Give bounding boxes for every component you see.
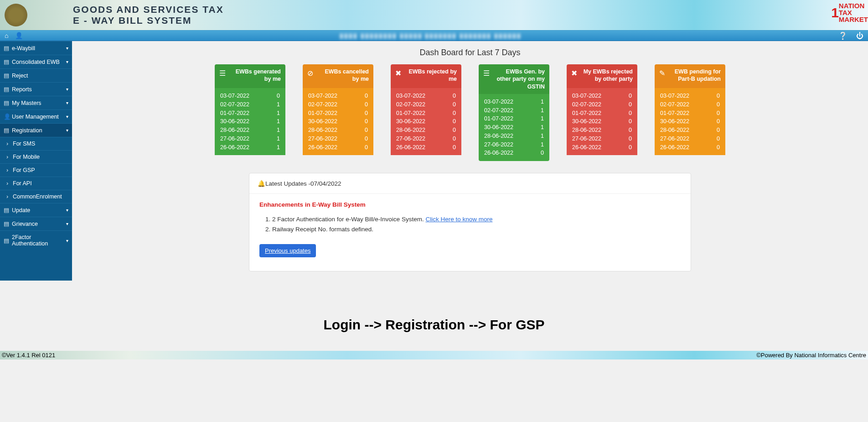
chevron-down-icon: ▾ xyxy=(66,114,68,119)
menu-icon: ▤ xyxy=(4,99,9,106)
power-icon[interactable]: ⏻ xyxy=(856,32,863,40)
card-row-value: 1 xyxy=(277,135,280,143)
previous-updates-button[interactable]: Previous updates xyxy=(259,244,316,257)
card-body: 03-07-2022102-07-2022101-07-2022130-06-2… xyxy=(479,94,549,161)
dashboard-card[interactable]: ☰EWBs generated by me03-07-2022002-07-20… xyxy=(215,64,285,161)
card-row-date: 26-06-2022 xyxy=(308,143,337,152)
card-body: 03-07-2022002-07-2022001-07-2022030-06-2… xyxy=(391,88,461,155)
card-row-date: 26-06-2022 xyxy=(484,149,513,157)
sidebar-item-my-masters[interactable]: ▤My Masters▾ xyxy=(0,96,72,109)
card-row-value: 1 xyxy=(541,123,544,132)
card-row: 26-06-20220 xyxy=(396,143,456,152)
sidebar-item-registration[interactable]: ▤Registration▾ xyxy=(0,123,72,137)
sidebar-item-label: Reject xyxy=(12,73,28,79)
card-row-date: 02-07-2022 xyxy=(396,100,425,109)
sidebar-item-e-waybill[interactable]: ▤e-Waybill▾ xyxy=(0,41,72,55)
sidebar-item-user-management[interactable]: 👤User Management▾ xyxy=(0,109,72,123)
card-row-date: 01-07-2022 xyxy=(660,109,689,118)
header-banner: GOODS AND SERVICES TAX E - WAY BILL SYST… xyxy=(0,0,868,30)
menu-icon: 👤 xyxy=(4,113,9,120)
card-row: 02-07-20220 xyxy=(660,100,720,109)
card-header: ✖My EWBs rejected by other party xyxy=(567,64,637,88)
card-row: 26-06-20220 xyxy=(308,143,368,152)
footer: ©Ver 1.4.1 Rel 0121 ©Powered By National… xyxy=(0,351,868,359)
card-row: 01-07-20221 xyxy=(484,115,544,123)
dashboard-card[interactable]: ☰EWBs Gen. by other party on my GSTIN03-… xyxy=(479,64,549,161)
card-title: EWBs rejected by me xyxy=(406,68,457,83)
sidebar-item-grievance[interactable]: ▤Grievance▾ xyxy=(0,217,72,230)
card-row-value: 0 xyxy=(365,135,368,143)
help-icon[interactable]: ❔ xyxy=(838,32,847,40)
sidebar-item-label: Grievance xyxy=(12,221,38,227)
main-content: Dash Board for Last 7 Days ☰EWBs generat… xyxy=(72,41,868,281)
updates-list-item: Railway Receipt No. formats defined. xyxy=(272,224,681,234)
card-row-date: 30-06-2022 xyxy=(396,117,425,126)
card-icon: ✖ xyxy=(395,69,401,78)
topbar-user-info: ▮▮▮▮ ▮▮▮▮▮▮▮▮ ▮▮▮▮▮ ▮▮▮▮▮▮▮ ▮▮▮▮▮▮▮ ▮▮▮▮… xyxy=(30,32,831,39)
card-row-date: 27-06-2022 xyxy=(660,135,689,143)
card-row-date: 27-06-2022 xyxy=(484,141,513,149)
card-row: 26-06-20220 xyxy=(660,143,720,152)
sidebar-item-for-api[interactable]: ›For API xyxy=(0,177,72,190)
card-header: ☰EWBs Gen. by other party on my GSTIN xyxy=(479,64,549,94)
card-row-value: 0 xyxy=(365,92,368,100)
card-row-date: 03-07-2022 xyxy=(220,92,249,100)
home-icon[interactable]: ⌂ xyxy=(5,32,8,39)
card-row-value: 1 xyxy=(541,141,544,149)
card-row-date: 28-06-2022 xyxy=(308,126,337,135)
sidebar-item-for-gsp[interactable]: ›For GSP xyxy=(0,163,72,177)
card-row: 28-06-20221 xyxy=(220,126,280,135)
card-row: 28-06-20221 xyxy=(484,132,544,141)
card-row-value: 0 xyxy=(453,143,456,152)
card-title: EWBs cancelled by me xyxy=(318,68,369,83)
card-row-date: 27-06-2022 xyxy=(572,135,601,143)
chevron-right-icon: › xyxy=(5,141,10,147)
dashboard-card[interactable]: ✎EWB pending for Part-B updation03-07-20… xyxy=(655,64,725,161)
card-row: 02-07-20220 xyxy=(396,100,456,109)
sidebar-item-reject[interactable]: ▤Reject xyxy=(0,68,72,82)
card-icon: ☰ xyxy=(219,69,226,78)
sidebar-item-for-mobile[interactable]: ›For Mobile xyxy=(0,150,72,163)
card-row-value: 1 xyxy=(277,143,280,152)
dashboard-card[interactable]: ⊘EWBs cancelled by me03-07-2022002-07-20… xyxy=(303,64,373,161)
card-row-value: 0 xyxy=(453,117,456,126)
card-row: 01-07-20220 xyxy=(308,109,368,118)
card-row-value: 1 xyxy=(277,100,280,109)
card-row-value: 0 xyxy=(717,117,720,126)
card-header: ⊘EWBs cancelled by me xyxy=(303,64,373,88)
card-row: 01-07-20220 xyxy=(396,109,456,118)
dashboard-card[interactable]: ✖EWBs rejected by me03-07-2022002-07-202… xyxy=(391,64,461,161)
updates-link[interactable]: Click Here to know more xyxy=(425,216,492,223)
sidebar-item-reports[interactable]: ▤Reports▾ xyxy=(0,82,72,96)
card-row: 01-07-20220 xyxy=(572,109,632,118)
chevron-down-icon: ▾ xyxy=(66,221,68,226)
sidebar-item-consolidated-ewb[interactable]: ▤Consolidated EWB▾ xyxy=(0,55,72,68)
sidebar-item-label: User Management xyxy=(12,114,59,120)
sidebar-item-commonenrolment[interactable]: ›CommonEnrolment xyxy=(0,190,72,203)
user-icon[interactable]: 👤 xyxy=(15,32,23,39)
chevron-down-icon: ▾ xyxy=(66,100,68,105)
card-row-date: 28-06-2022 xyxy=(660,126,689,135)
card-row-date: 01-07-2022 xyxy=(308,109,337,118)
chevron-down-icon: ▾ xyxy=(66,238,68,243)
sidebar-item-for-sms[interactable]: ›For SMS xyxy=(0,137,72,150)
dashboard-card[interactable]: ✖My EWBs rejected by other party03-07-20… xyxy=(567,64,637,161)
sidebar: ▤e-Waybill▾▤Consolidated EWB▾▤Reject▤Rep… xyxy=(0,41,72,281)
card-row-date: 02-07-2022 xyxy=(484,106,513,115)
sidebar-item-label: For GSP xyxy=(13,167,35,173)
card-row-value: 0 xyxy=(629,92,632,100)
footer-version: ©Ver 1.4.1 Rel 0121 xyxy=(2,352,55,359)
card-row: 02-07-20221 xyxy=(220,100,280,109)
card-row-date: 30-06-2022 xyxy=(484,123,513,132)
sidebar-item-update[interactable]: ▤Update▾ xyxy=(0,203,72,217)
card-header: ✎EWB pending for Part-B updation xyxy=(655,64,725,88)
card-row: 02-07-20220 xyxy=(308,100,368,109)
card-body: 03-07-2022002-07-2022101-07-2022130-06-2… xyxy=(215,88,285,155)
dashboard-cards: ☰EWBs generated by me03-07-2022002-07-20… xyxy=(81,64,859,161)
card-row-value: 1 xyxy=(541,98,544,106)
card-row: 02-07-20221 xyxy=(484,106,544,115)
chevron-right-icon: › xyxy=(5,193,10,200)
sidebar-item-2factor-authentication[interactable]: ▤2Factor Authentication▾ xyxy=(0,230,72,250)
card-body: 03-07-2022002-07-2022001-07-2022030-06-2… xyxy=(567,88,637,155)
updates-list-item: 2 Factor Authentication for e-Way Bill/e… xyxy=(272,214,681,224)
